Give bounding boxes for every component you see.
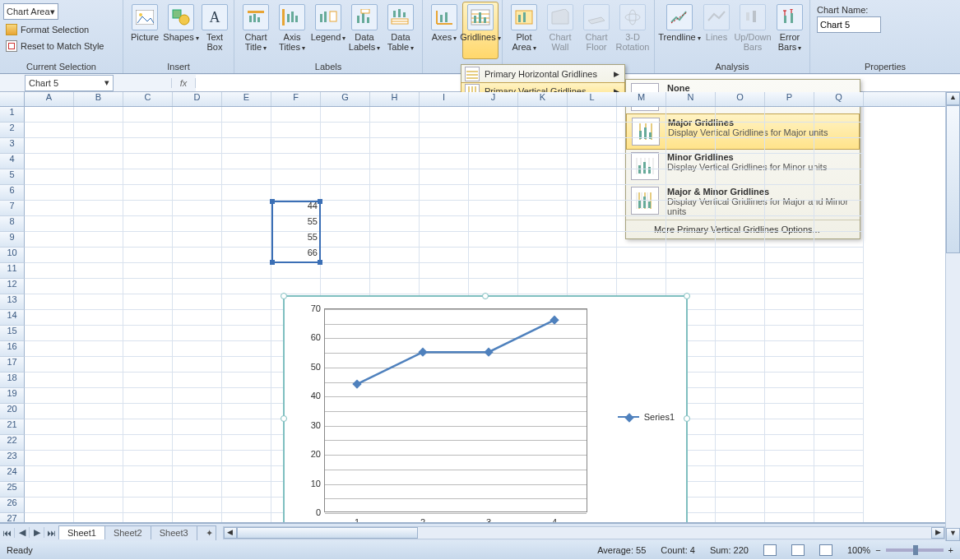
cell-E21[interactable] [222, 419, 271, 435]
hscroll-thumb[interactable] [237, 527, 418, 539]
row-header-1[interactable]: 1 [0, 107, 25, 123]
col-header-C[interactable]: C [123, 92, 173, 106]
embedded-chart[interactable]: Series1 0102030405060701234 [283, 295, 688, 523]
cell-Q27[interactable] [814, 513, 864, 523]
name-box[interactable]: Chart 5 ▾ [25, 75, 114, 91]
cell-E26[interactable] [222, 498, 271, 513]
cell-L8[interactable] [568, 216, 617, 232]
cell-B5[interactable] [74, 169, 123, 185]
cell-B7[interactable] [74, 201, 123, 216]
cell-I4[interactable] [420, 154, 469, 169]
cell-B18[interactable] [74, 373, 123, 388]
cell-D14[interactable] [173, 310, 222, 326]
cell-E15[interactable] [222, 326, 271, 341]
cell-B13[interactable] [74, 294, 123, 310]
cell-Q14[interactable] [814, 310, 864, 326]
cell-C6[interactable] [123, 185, 173, 201]
cell-C5[interactable] [123, 169, 173, 185]
row-header-15[interactable]: 15 [0, 326, 25, 341]
cell-J11[interactable] [469, 263, 518, 279]
cell-Q16[interactable] [814, 341, 864, 357]
cell-B20[interactable] [74, 404, 123, 419]
cell-O14[interactable] [716, 310, 765, 326]
row-header-20[interactable]: 20 [0, 404, 25, 419]
axis-titles-button[interactable]: Axis Titles [274, 2, 310, 59]
cell-L6[interactable] [568, 185, 617, 201]
cell-F4[interactable] [271, 154, 321, 169]
cell-B17[interactable] [74, 357, 123, 373]
cell-A18[interactable] [25, 373, 74, 388]
cell-C18[interactable] [123, 373, 173, 388]
cell-K5[interactable] [518, 169, 568, 185]
row-header-23[interactable]: 23 [0, 451, 25, 466]
cell-N11[interactable] [666, 263, 716, 279]
cell-P25[interactable] [765, 482, 814, 498]
chart-title-button[interactable]: Chart Title [238, 2, 274, 59]
cell-B4[interactable] [74, 154, 123, 169]
cell-Q24[interactable] [814, 466, 864, 482]
cell-Q6[interactable] [814, 185, 864, 201]
cell-N7[interactable] [666, 201, 716, 216]
col-header-J[interactable]: J [469, 92, 518, 106]
row-header-25[interactable]: 25 [0, 482, 25, 498]
cell-H4[interactable] [370, 154, 420, 169]
cell-O21[interactable] [716, 419, 765, 435]
cell-G11[interactable] [321, 263, 370, 279]
cell-B19[interactable] [74, 388, 123, 404]
cell-F5[interactable] [271, 169, 321, 185]
cell-N6[interactable] [666, 185, 716, 201]
cell-D1[interactable] [173, 107, 222, 123]
cell-F1[interactable] [271, 107, 321, 123]
cell-P20[interactable] [765, 404, 814, 419]
trendline-button[interactable]: Trendline [658, 2, 701, 59]
col-header-H[interactable]: H [370, 92, 420, 106]
col-header-B[interactable]: B [74, 92, 123, 106]
row-header-9[interactable]: 9 [0, 232, 25, 248]
row-header-12[interactable]: 12 [0, 279, 25, 294]
cell-B12[interactable] [74, 279, 123, 294]
chart-legend[interactable]: Series1 [618, 412, 675, 422]
cell-A6[interactable] [25, 185, 74, 201]
cell-P5[interactable] [765, 169, 814, 185]
cell-Q17[interactable] [814, 357, 864, 373]
cell-H9[interactable] [370, 232, 420, 248]
row-header-10[interactable]: 10 [0, 248, 25, 263]
cell-M8[interactable] [617, 216, 666, 232]
cell-O4[interactable] [716, 154, 765, 169]
cell-B2[interactable] [74, 123, 123, 138]
cell-D11[interactable] [173, 263, 222, 279]
cell-A3[interactable] [25, 138, 74, 154]
cell-C17[interactable] [123, 357, 173, 373]
cell-L1[interactable] [568, 107, 617, 123]
cell-P7[interactable] [765, 201, 814, 216]
cell-M6[interactable] [617, 185, 666, 201]
cell-P1[interactable] [765, 107, 814, 123]
cell-F12[interactable] [271, 279, 321, 294]
row-header-5[interactable]: 5 [0, 169, 25, 185]
row-header-4[interactable]: 4 [0, 154, 25, 169]
cell-N10[interactable] [666, 248, 716, 263]
cell-E20[interactable] [222, 404, 271, 419]
col-header-D[interactable]: D [173, 92, 222, 106]
cell-A15[interactable] [25, 326, 74, 341]
cell-H5[interactable] [370, 169, 420, 185]
row-header-14[interactable]: 14 [0, 310, 25, 326]
cell-B23[interactable] [74, 451, 123, 466]
cell-Q10[interactable] [814, 248, 864, 263]
cell-O2[interactable] [716, 123, 765, 138]
cell-I11[interactable] [420, 263, 469, 279]
view-layout-icon[interactable] [791, 544, 805, 556]
cell-O20[interactable] [716, 404, 765, 419]
cell-C2[interactable] [123, 123, 173, 138]
cell-J10[interactable] [469, 248, 518, 263]
col-header-L[interactable]: L [568, 92, 617, 106]
zoom-out-icon[interactable]: − [875, 545, 880, 555]
cell-A4[interactable] [25, 154, 74, 169]
cell-M4[interactable] [617, 154, 666, 169]
cell-E11[interactable] [222, 263, 271, 279]
cell-P27[interactable] [765, 513, 814, 523]
scroll-down-icon[interactable]: ▼ [946, 528, 960, 541]
cell-E9[interactable] [222, 232, 271, 248]
cell-P19[interactable] [765, 388, 814, 404]
cell-E24[interactable] [222, 466, 271, 482]
